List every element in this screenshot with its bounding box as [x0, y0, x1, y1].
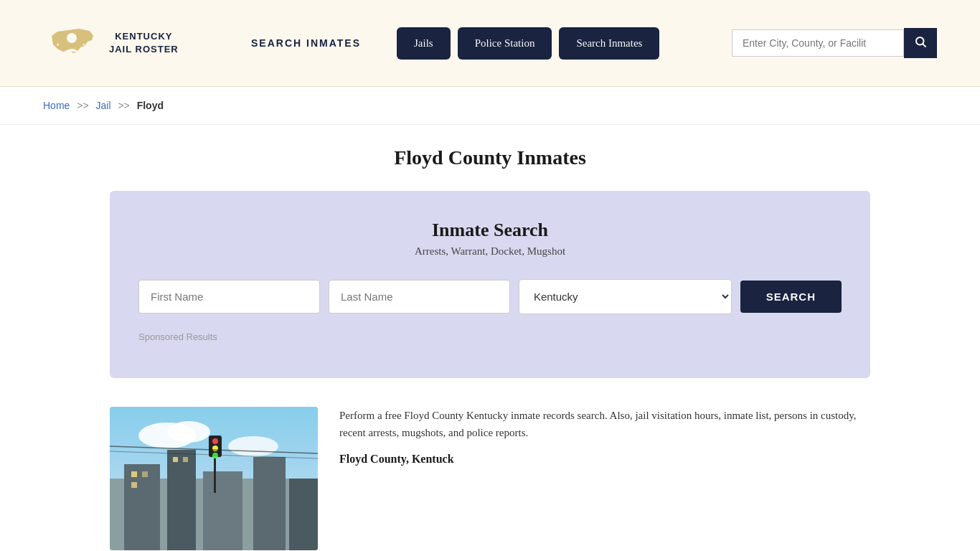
- svg-point-9: [228, 436, 278, 456]
- county-scene-icon: [110, 407, 318, 550]
- svg-rect-20: [183, 457, 188, 462]
- header-search-area: [732, 28, 937, 58]
- breadcrumb-current: Floyd: [137, 100, 164, 111]
- svg-rect-15: [289, 479, 318, 550]
- breadcrumb-separator-2: >>: [118, 100, 129, 111]
- svg-rect-12: [167, 450, 196, 550]
- svg-rect-16: [131, 471, 137, 477]
- svg-rect-14: [253, 457, 286, 550]
- breadcrumb-jail-link[interactable]: Jail: [96, 100, 111, 111]
- svg-point-1: [67, 33, 77, 43]
- first-name-input[interactable]: [138, 280, 320, 314]
- main-content: Floyd County Inmates Inmate Search Arres…: [95, 125, 885, 551]
- description-heading: Floyd County, Kentuck: [339, 450, 870, 468]
- description-paragraph: Perform a free Floyd County Kentucky inm…: [339, 407, 870, 441]
- breadcrumb-home-link[interactable]: Home: [43, 100, 70, 111]
- inmate-search-title: Inmate Search: [138, 220, 842, 241]
- inmate-search-box: Inmate Search Arrests, Warrant, Docket, …: [110, 191, 870, 378]
- header-search-button[interactable]: [904, 28, 937, 58]
- inmate-search-button[interactable]: SEARCH: [740, 281, 842, 313]
- nav-police-station-button[interactable]: Police Station: [458, 27, 552, 60]
- svg-text:★: ★: [82, 42, 85, 47]
- svg-point-4: [916, 37, 924, 45]
- svg-line-5: [923, 44, 925, 47]
- inmate-search-subtitle: Arrests, Warrant, Docket, Mugshot: [138, 245, 842, 258]
- header-search-input[interactable]: [732, 29, 904, 57]
- nav-jails-button[interactable]: Jails: [397, 27, 451, 60]
- search-inmates-label: SEARCH INMATES: [251, 37, 361, 49]
- breadcrumb: Home >> Jail >> Floyd: [43, 100, 937, 111]
- state-select[interactable]: AlabamaAlaskaArizonaArkansasCaliforniaCo…: [519, 279, 732, 314]
- svg-rect-17: [142, 471, 148, 477]
- svg-rect-13: [203, 471, 242, 550]
- breadcrumb-separator-1: >>: [77, 100, 88, 111]
- county-image: [110, 407, 318, 550]
- svg-rect-18: [131, 482, 137, 488]
- logo-text: KENTUCKY JAIL ROSTER: [109, 30, 179, 56]
- nav-search-inmates-button[interactable]: Search Inmates: [559, 27, 659, 60]
- search-form-row: AlabamaAlaskaArizonaArkansasCaliforniaCo…: [138, 279, 842, 314]
- svg-point-23: [212, 438, 218, 444]
- site-header: ★ ★ KENTUCKY JAIL ROSTER SEARCH INMATES …: [0, 0, 980, 87]
- bottom-description: Perform a free Floyd County Kentucky inm…: [339, 407, 870, 477]
- sponsored-results: Sponsored Results: [138, 331, 842, 342]
- bottom-section: Perform a free Floyd County Kentucky inm…: [110, 407, 870, 550]
- svg-point-8: [167, 421, 210, 443]
- kentucky-logo-icon: ★ ★: [43, 14, 100, 72]
- last-name-input[interactable]: [329, 280, 510, 314]
- breadcrumb-bar: Home >> Jail >> Floyd: [0, 87, 980, 125]
- svg-point-25: [212, 453, 218, 458]
- page-title: Floyd County Inmates: [110, 146, 870, 169]
- search-icon: [914, 35, 927, 48]
- logo-area: ★ ★ KENTUCKY JAIL ROSTER: [43, 14, 230, 72]
- main-nav: Jails Police Station Search Inmates: [397, 27, 659, 60]
- svg-text:★: ★: [56, 42, 60, 47]
- svg-rect-19: [173, 457, 178, 462]
